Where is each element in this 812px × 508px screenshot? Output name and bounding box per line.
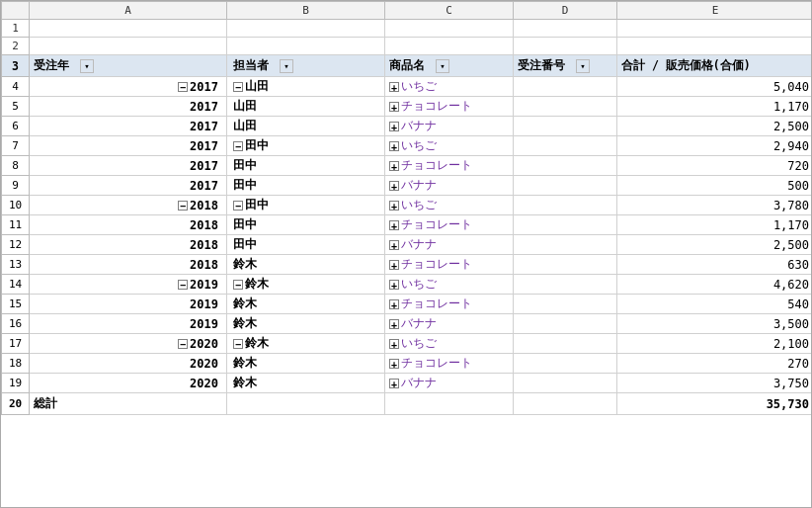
cell-a10-value: 2018 (190, 199, 218, 212)
cell-d18 (514, 354, 617, 374)
row-num-8: 8 (2, 156, 30, 176)
cell-a9-value: 2017 (190, 179, 218, 193)
header-b-label: 担当者 (233, 58, 269, 72)
cell-d19 (514, 374, 617, 393)
expand-c12-icon[interactable]: + (389, 240, 399, 250)
cell-b4-value: 山田 (245, 79, 269, 93)
header-shohin: 商品名 ▾ (385, 55, 514, 77)
cell-a7-value: 2017 (190, 139, 218, 153)
row-num-12: 12 (2, 235, 30, 255)
expand-b17-icon[interactable]: − (233, 339, 243, 349)
expand-b14-icon[interactable]: − (233, 280, 243, 290)
expand-c7-icon[interactable]: + (389, 141, 399, 151)
expand-c19-icon[interactable]: + (389, 379, 399, 388)
row-17: 17 −2020 −鈴木 +いちご 2,100 (2, 334, 813, 354)
cell-d14 (514, 275, 617, 295)
cell-c7: +いちご (385, 136, 514, 156)
expand-c9-icon[interactable]: + (389, 181, 399, 191)
cell-a15: 2019 (30, 295, 227, 314)
cell-d4 (514, 77, 617, 97)
row-num-19: 19 (2, 374, 30, 393)
cell-b15: 鈴木 (227, 295, 385, 314)
expand-a4-icon[interactable]: − (178, 82, 188, 92)
expand-b4-icon[interactable]: − (233, 82, 243, 92)
expand-a17-icon[interactable]: − (178, 339, 188, 349)
cell-e20: 35,730 (617, 393, 813, 415)
expand-b10-icon[interactable]: − (233, 201, 243, 211)
row-14: 14 −2019 −鈴木 +いちご 4,620 (2, 275, 813, 295)
cell-c11: +チョコレート (385, 215, 514, 235)
cell-c8: +チョコレート (385, 156, 514, 176)
expand-b7-icon[interactable]: − (233, 141, 243, 151)
cell-e8: 720 (617, 156, 813, 176)
cell-c1 (385, 20, 514, 38)
cell-c15: +チョコレート (385, 295, 514, 314)
cell-e15: 540 (617, 295, 813, 314)
cell-c17: +いちご (385, 334, 514, 354)
row-11: 11 2018 田中 +チョコレート 1,170 (2, 215, 813, 235)
cell-d9 (514, 176, 617, 196)
expand-c10-icon[interactable]: + (389, 201, 399, 211)
filter-c-button[interactable]: ▾ (436, 59, 449, 73)
header-c-label: 商品名 (389, 58, 425, 72)
expand-c11-icon[interactable]: + (389, 220, 399, 230)
filter-b-button[interactable]: ▾ (280, 59, 293, 73)
expand-c16-icon[interactable]: + (389, 319, 399, 329)
cell-e18: 270 (617, 354, 813, 374)
cell-c12-value: バナナ (401, 237, 437, 251)
cell-c10-value: いちご (401, 198, 437, 212)
filter-d-button[interactable]: ▾ (576, 59, 590, 73)
row-num-7: 7 (2, 136, 30, 156)
expand-c15-icon[interactable]: + (389, 299, 399, 309)
expand-c17-icon[interactable]: + (389, 339, 399, 349)
row-2: 2 (2, 38, 813, 55)
expand-c13-icon[interactable]: + (389, 260, 399, 270)
expand-c4-icon[interactable]: + (389, 82, 399, 92)
expand-c5-icon[interactable]: + (389, 102, 399, 112)
cell-a20: 総計 (30, 393, 227, 415)
expand-a10-icon[interactable]: − (178, 201, 188, 211)
row-num-14: 14 (2, 275, 30, 295)
row-6: 6 2017 山田 +バナナ 2,500 (2, 117, 813, 136)
cell-d2 (514, 38, 617, 55)
cell-c12: +バナナ (385, 235, 514, 255)
cell-c19-value: バナナ (401, 376, 437, 389)
cell-a11-value: 2018 (190, 218, 218, 232)
expand-c6-icon[interactable]: + (389, 122, 399, 131)
cell-b9-value: 田中 (233, 178, 257, 192)
cell-d15 (514, 295, 617, 314)
row-num-18: 18 (2, 354, 30, 374)
cell-c11-value: チョコレート (401, 217, 472, 231)
cell-e11: 1,170 (617, 215, 813, 235)
cell-c5: +チョコレート (385, 97, 514, 117)
cell-a16-value: 2019 (190, 317, 218, 331)
col-header-b: B (227, 2, 385, 20)
cell-c13-value: チョコレート (401, 257, 472, 271)
cell-b7: −田中 (227, 136, 385, 156)
cell-b5-value: 山田 (233, 99, 257, 113)
cell-e12: 2,500 (617, 235, 813, 255)
cell-d6 (514, 117, 617, 136)
cell-c17-value: いちご (401, 336, 437, 350)
row-num-3: 3 (2, 55, 30, 77)
row-1: 1 (2, 20, 813, 38)
expand-c18-icon[interactable]: + (389, 359, 399, 369)
expand-a14-icon[interactable]: − (178, 280, 188, 290)
header-goukei: 合計 / 販売価格(合価) (617, 55, 813, 77)
col-header-a: A (30, 2, 227, 20)
filter-a-button[interactable]: ▾ (80, 59, 94, 73)
cell-b16: 鈴木 (227, 314, 385, 334)
row-num-9: 9 (2, 176, 30, 196)
cell-b13-value: 鈴木 (233, 257, 257, 271)
expand-c14-icon[interactable]: + (389, 280, 399, 290)
cell-b11: 田中 (227, 215, 385, 235)
cell-e17: 2,100 (617, 334, 813, 354)
cell-a1 (30, 20, 227, 38)
header-d-label: 受注番号 (518, 58, 565, 72)
cell-e1 (617, 20, 813, 38)
cell-c18-value: チョコレート (401, 356, 472, 370)
expand-c8-icon[interactable]: + (389, 161, 399, 171)
cell-e14: 4,620 (617, 275, 813, 295)
cell-a13-value: 2018 (190, 258, 218, 272)
cell-e19: 3,750 (617, 374, 813, 393)
